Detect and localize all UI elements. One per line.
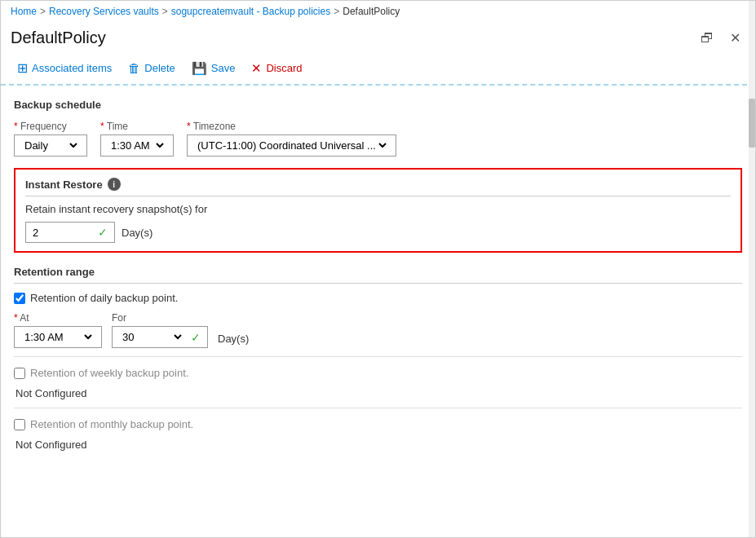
retain-input-wrapper: ✓ [25,222,115,243]
window-controls: 🗗 ✕ [696,29,745,47]
scrollbar-track [749,1,755,537]
retain-input-row: ✓ Day(s) [25,222,731,243]
associated-items-label: Associated items [32,62,112,74]
weekly-label: Retention of weekly backup point. [30,367,188,379]
at-label: * At [14,312,102,324]
frequency-field: * Frequency Daily [14,121,87,157]
breadcrumb: Home > Recovery Services vaults > sogupc… [1,1,755,22]
for-check-icon: ✓ [191,331,201,344]
retain-unit: Day(s) [122,227,153,239]
frequency-label: * Frequency [14,121,87,132]
timezone-select-wrapper[interactable]: (UTC-11:00) Coordinated Universal ... [187,134,396,157]
discard-icon: ✕ [251,61,262,76]
check-icon: ✓ [98,226,108,239]
retention-range-section: Retention range Retention of daily backu… [14,266,742,451]
backup-schedule-form: * Frequency Daily * Time 1:30 AM [14,121,742,157]
timezone-field: * Timezone (UTC-11:00) Coordinated Unive… [187,121,396,157]
time-field: * Time 1:30 AM [100,121,174,157]
delete-label: Delete [144,62,175,74]
page-title: DefaultPolicy [11,29,106,47]
time-select-wrapper[interactable]: 1:30 AM [100,134,174,157]
save-icon: 💾 [192,61,207,76]
weekly-not-configured: Not Configured [15,387,742,399]
monthly-checkbox-row: Retention of monthly backup point. [14,418,742,430]
instant-restore-box: Instant Restore i Retain instant recover… [14,168,742,253]
daily-checkbox[interactable] [14,293,25,304]
for-field: For 30 ✓ [112,312,208,348]
for-select-wrapper[interactable]: 30 ✓ [112,326,208,348]
retention-range-title: Retention range [14,266,742,284]
daily-at-for-row: * At 1:30 AM For 30 ✓ [14,312,742,348]
instant-restore-title: Instant Restore i [25,178,731,196]
for-select[interactable]: 30 [119,330,184,344]
frequency-required: * [14,121,18,132]
breadcrumb-home[interactable]: Home [11,6,37,17]
time-label: * Time [100,121,174,132]
frequency-select[interactable]: Daily [21,139,80,152]
save-label: Save [211,62,236,74]
breadcrumb-sep-3: > [334,6,339,17]
timezone-label: * Timezone [187,121,396,132]
content-area: Backup schedule * Frequency Daily * Time [1,86,755,472]
monthly-checkbox[interactable] [14,419,25,430]
delete-icon: 🗑 [128,61,140,75]
associated-items-icon: ⊞ [17,60,28,76]
breadcrumb-sep-2: > [162,6,168,17]
divider-1 [14,356,742,357]
breadcrumb-sep-1: > [40,6,46,17]
discard-label: Discard [266,62,302,74]
at-field: * At 1:30 AM [14,312,102,348]
weekly-checkbox[interactable] [14,368,25,379]
frequency-select-wrapper[interactable]: Daily [14,134,87,157]
scrollbar-thumb[interactable] [749,99,755,148]
save-button[interactable]: 💾 Save [185,58,242,79]
time-select[interactable]: 1:30 AM [108,139,166,152]
daily-label: Retention of daily backup point. [30,292,178,304]
breadcrumb-current: DefaultPolicy [343,6,400,17]
monthly-not-configured: Not Configured [15,439,742,451]
daily-unit: Day(s) [218,333,249,345]
divider-2 [14,408,742,408]
backup-schedule-title: Backup schedule [14,99,742,111]
associated-items-button[interactable]: ⊞ Associated items [11,57,118,79]
retain-label: Retain instant recovery snapshot(s) for [25,203,731,215]
delete-button[interactable]: 🗑 Delete [122,58,182,78]
for-label: For [112,312,208,324]
time-required: * [100,121,104,132]
breadcrumb-recovery[interactable]: Recovery Services vaults [49,6,159,17]
close-button[interactable]: ✕ [725,29,745,47]
at-select[interactable]: 1:30 AM [21,330,95,344]
at-required: * [14,312,18,324]
weekly-checkbox-row: Retention of weekly backup point. [14,367,742,379]
info-icon[interactable]: i [108,178,121,191]
timezone-select[interactable]: (UTC-11:00) Coordinated Universal ... [194,139,389,152]
at-select-wrapper[interactable]: 1:30 AM [14,326,102,348]
restore-button[interactable]: 🗗 [696,29,718,47]
breadcrumb-vault[interactable]: sogupcreatemvault - Backup policies [171,6,330,17]
retain-input[interactable] [33,227,90,239]
toolbar: ⊞ Associated items 🗑 Delete 💾 Save ✕ Dis… [1,52,755,86]
daily-checkbox-row: Retention of daily backup point. [14,292,742,304]
discard-button[interactable]: ✕ Discard [245,58,308,79]
title-bar: DefaultPolicy 🗗 ✕ [1,22,755,52]
monthly-label: Retention of monthly backup point. [30,418,193,430]
timezone-required: * [187,121,191,132]
instant-restore-label: Instant Restore [25,179,103,191]
